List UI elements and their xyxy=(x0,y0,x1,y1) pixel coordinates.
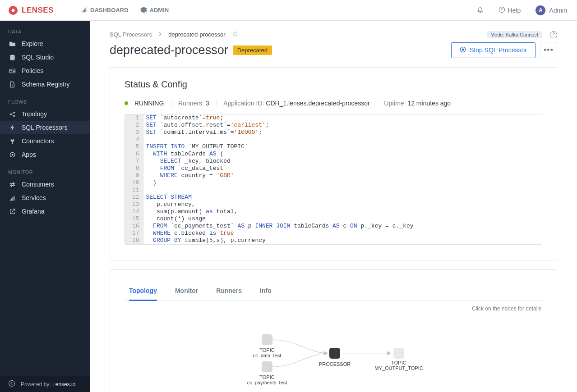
help-link[interactable]: ? Help xyxy=(499,6,521,14)
sidebar-heading-monitor: MONITOR xyxy=(0,161,90,178)
svg-text:?: ? xyxy=(501,7,503,12)
sidebar-item-label: SQL Processors xyxy=(22,124,67,131)
exchange-icon xyxy=(8,181,16,188)
uptime-value: 12 minutes ago xyxy=(407,100,451,107)
topic-node-2-type: TOPIC xyxy=(247,374,287,380)
topic-node-3-name: MY_OUTPUT_TOPIC xyxy=(374,365,423,371)
svg-point-8 xyxy=(13,111,15,113)
topic-node-1[interactable] xyxy=(262,334,272,345)
appid-label: Application ID: xyxy=(223,100,264,107)
external-link-icon xyxy=(8,208,16,215)
graph-hint: Click on the nodes for details xyxy=(125,301,542,312)
sidebar-item-label: Topology xyxy=(22,110,47,118)
bolt-icon xyxy=(8,124,16,131)
sidebar-item-consumers[interactable]: Consumers xyxy=(0,178,90,191)
svg-rect-5 xyxy=(9,69,15,73)
help-circle-icon[interactable]: ? xyxy=(550,31,557,38)
topic-node-3-type: TOPIC xyxy=(374,360,423,365)
sidebar-item-sql-processors[interactable]: SQL Processors xyxy=(0,121,90,134)
tab-info[interactable]: Info xyxy=(260,282,272,301)
sidebar-heading-data: DATA xyxy=(0,21,90,37)
svg-rect-14 xyxy=(462,48,464,50)
topic-node-2[interactable] xyxy=(262,361,272,372)
svg-point-9 xyxy=(13,115,15,117)
sidebar-item-services[interactable]: Services xyxy=(0,191,90,205)
sidebar-item-label: Consumers xyxy=(22,181,54,188)
stop-button-label: Stop SQL Processor xyxy=(470,46,527,54)
more-actions-button[interactable]: ••• xyxy=(540,42,557,58)
separator xyxy=(491,6,491,14)
user-menu[interactable]: A Admin xyxy=(535,5,567,15)
sidebar-item-sql-studio[interactable]: SQL Studio xyxy=(0,50,90,64)
sidebar-item-explore[interactable]: Explore xyxy=(0,37,90,50)
powered-by-link[interactable]: Lenses.io xyxy=(52,381,75,387)
share-icon xyxy=(8,111,16,118)
powered-by: Powered by: Lenses.io xyxy=(21,381,75,387)
tab-monitor[interactable]: Monitor xyxy=(175,282,198,301)
bars-icon xyxy=(8,195,16,201)
stop-processor-button[interactable]: Stop SQL Processor xyxy=(451,42,535,58)
sidebar-item-topology[interactable]: Topology xyxy=(0,107,90,121)
status-config-heading: Status & Config xyxy=(125,79,542,90)
svg-point-6 xyxy=(10,70,12,71)
separator xyxy=(528,6,528,14)
topnav-dashboard-label: DASHBOARD xyxy=(90,7,129,14)
uptime-label: Uptime: xyxy=(384,100,406,107)
svg-point-1 xyxy=(12,9,15,12)
apps-icon xyxy=(8,151,16,158)
sidebar-item-policies[interactable]: Policies xyxy=(0,64,90,77)
sidebar-item-label: Connectors xyxy=(22,137,54,145)
svg-point-12 xyxy=(9,381,15,387)
mode-pill: Mode: Kafka Connect xyxy=(487,31,542,38)
tab-runners[interactable]: Runners xyxy=(216,282,242,301)
sidebar-item-connectors[interactable]: Connectors xyxy=(0,134,90,148)
sidebar-item-label: Policies xyxy=(22,67,43,74)
deprecated-badge: Deprecated xyxy=(233,46,272,55)
topology-graph: TOPIC cc_data_test TOPIC cc_payments_tes… xyxy=(125,312,542,392)
topic-node-3[interactable] xyxy=(393,348,404,359)
bell-icon[interactable] xyxy=(477,6,484,14)
user-name: Admin xyxy=(549,7,567,14)
page-title: deprecated-processor xyxy=(110,43,228,57)
brand-logo-icon xyxy=(8,5,18,15)
status-state: RUNNING xyxy=(134,100,164,107)
breadcrumb-current: deprecated-processor xyxy=(168,31,225,38)
topic-node-1-type: TOPIC xyxy=(253,347,281,353)
sidebar-item-label: Grafana xyxy=(22,208,45,215)
breadcrumb-root[interactable]: SQL Processors xyxy=(110,31,152,38)
sidebar-item-label: Schema Registry xyxy=(22,81,70,88)
bars-icon xyxy=(81,6,88,14)
stop-circle-icon xyxy=(460,46,466,54)
star-icon[interactable] xyxy=(232,31,238,38)
brand-text: LENSES xyxy=(22,6,54,15)
processor-node-label: PROCESSOR xyxy=(319,361,351,367)
database-icon xyxy=(8,54,16,61)
help-circle-icon: ? xyxy=(499,6,505,14)
svg-point-7 xyxy=(9,113,11,115)
sidebar-heading-flows: FLOWS xyxy=(0,91,90,107)
brand[interactable]: LENSES xyxy=(8,5,54,15)
runners-value: 3 xyxy=(206,100,209,107)
breadcrumb: SQL Processors deprecated-processor xyxy=(110,31,238,38)
folder-icon xyxy=(8,41,16,47)
avatar: A xyxy=(535,5,545,15)
tab-topology[interactable]: Topology xyxy=(129,282,157,301)
topic-node-2-name: cc_payments_test xyxy=(247,380,287,385)
topnav-admin-label: ADMIN xyxy=(150,7,169,14)
sidebar-item-schema-registry[interactable]: Schema Registry xyxy=(0,77,90,91)
sidebar-item-label: Apps xyxy=(22,151,36,158)
topnav-dashboard[interactable]: DASHBOARD xyxy=(81,6,129,14)
chevron-right-icon xyxy=(158,31,162,38)
help-label: Help xyxy=(508,7,521,14)
sidebar-item-grafana[interactable]: Grafana xyxy=(0,205,90,218)
sidebar-item-label: Services xyxy=(22,194,46,201)
sql-code-block: 1SET `autocreate`=true; 2SET `auto.offse… xyxy=(125,114,542,245)
topnav-admin[interactable]: ADMIN xyxy=(140,6,169,14)
plug-icon xyxy=(8,138,16,145)
sidebar-item-apps[interactable]: Apps xyxy=(0,148,90,161)
status-dot-icon xyxy=(125,101,128,105)
processor-node[interactable] xyxy=(329,348,340,359)
collapse-icon[interactable] xyxy=(8,380,15,388)
sidebar-item-label: SQL Studio xyxy=(22,54,54,61)
svg-point-11 xyxy=(11,154,13,155)
